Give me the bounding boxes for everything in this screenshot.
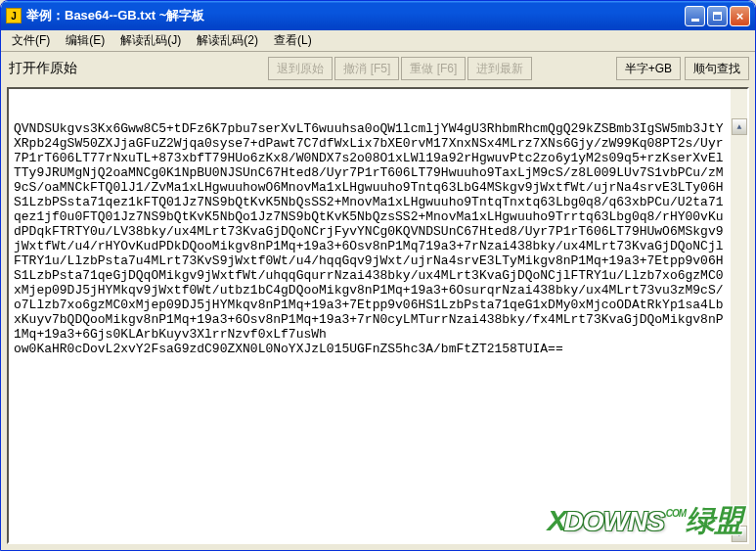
menu-edit[interactable]: 编辑(E) [58, 30, 112, 51]
mode-button[interactable]: 半字+GB [616, 57, 681, 80]
window-controls: × [685, 6, 750, 26]
open-original-label: 打开作原始 [7, 60, 77, 77]
forward-button[interactable]: 进到最新 [467, 57, 532, 80]
redo-button[interactable]: 重做 [F6] [401, 57, 466, 80]
back-button[interactable]: 退到原始 [268, 57, 333, 80]
scroll-down-icon[interactable]: ▼ [732, 526, 747, 542]
menu-decode1[interactable]: 解读乱码(J) [112, 30, 189, 51]
app-icon: J [6, 8, 22, 23]
close-button[interactable]: × [730, 6, 750, 26]
scrollbar-vertical[interactable]: ▲ ▼ [731, 89, 747, 542]
window-title: 举例：Base64--GB.txt ~解字板 [26, 7, 685, 24]
menu-file[interactable]: 文件(F) [4, 30, 58, 51]
text-content[interactable]: QVNDSUkgvs3Kx6Gww8C5+tDFz6K7pbu7serXvLT6… [14, 121, 742, 356]
menu-decode2[interactable]: 解读乱码(2) [189, 30, 266, 51]
undo-button[interactable]: 撤消 [F5] [334, 57, 399, 80]
maximize-button[interactable] [707, 6, 728, 26]
toolbar: 打开作原始 退到原始 撤消 [F5] 重做 [F6] 进到最新 半字+GB 顺句… [1, 52, 755, 85]
scroll-up-icon[interactable]: ▲ [732, 118, 747, 135]
window: J 举例：Base64--GB.txt ~解字板 × 文件(F) 编辑(E) 解… [0, 0, 756, 551]
titlebar[interactable]: J 举例：Base64--GB.txt ~解字板 × [1, 1, 755, 30]
search-button[interactable]: 顺句查找 [685, 57, 749, 80]
minimize-button[interactable] [685, 6, 705, 26]
text-editor[interactable]: QVNDSUkgvs3Kx6Gww8C5+tDFz6K7pbu7serXvLT6… [7, 87, 749, 544]
menu-view[interactable]: 查看(L) [266, 30, 320, 51]
menubar: 文件(F) 编辑(E) 解读乱码(J) 解读乱码(2) 查看(L) [1, 30, 755, 52]
